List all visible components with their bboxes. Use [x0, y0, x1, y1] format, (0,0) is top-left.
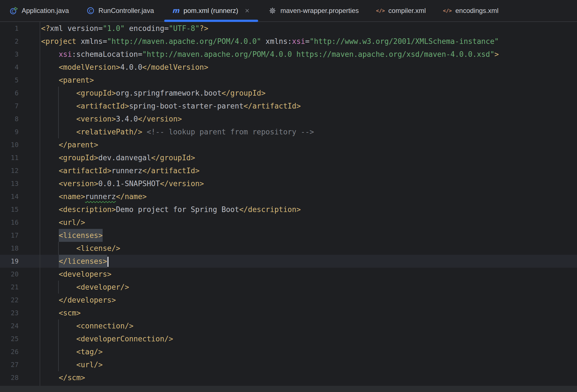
code-line-20[interactable]: 20 <developers> [0, 268, 577, 281]
gutter-separator [40, 22, 40, 386]
line-number[interactable]: 26 [0, 345, 40, 358]
code-line-17[interactable]: 17 <licenses> [0, 229, 577, 242]
indent-guide [58, 319, 59, 371]
indent-guide [58, 281, 59, 294]
code-line-2[interactable]: 2<project xmlns="http://maven.apache.org… [0, 35, 577, 48]
code-line-19[interactable]: 19 </licenses> [0, 255, 577, 268]
line-number[interactable]: 16 [0, 216, 40, 229]
code-text: </scm> [40, 371, 85, 384]
code-text: <connection/> [40, 319, 134, 332]
code-text: <developer/> [40, 281, 129, 294]
tab-compiler-xml[interactable]: </>compiler.xml [369, 0, 433, 21]
code-text: <licenses> [40, 229, 103, 242]
line-number[interactable]: 14 [0, 190, 40, 203]
code-text: <version>3.4.0</version> [40, 112, 182, 125]
code-text: <artifactId>spring-boot-starter-parent</… [40, 100, 301, 112]
line-number[interactable]: 23 [0, 307, 40, 319]
code-text: <url/> [40, 216, 85, 229]
line-number[interactable]: 13 [0, 177, 40, 190]
code-line-21[interactable]: 21 <developer/> [0, 281, 577, 294]
svg-text:</>: </> [443, 8, 452, 13]
line-number[interactable]: 11 [0, 151, 40, 164]
line-number[interactable]: 4 [0, 61, 40, 74]
indent-guide [58, 242, 59, 255]
java-class-icon: C [86, 6, 95, 15]
close-icon[interactable] [244, 7, 251, 14]
tab-label: maven-wrapper.properties [280, 0, 359, 21]
line-number[interactable]: 8 [0, 112, 40, 125]
code-text: <modelVersion>4.0.0</modelVersion> [40, 61, 208, 74]
code-line-23[interactable]: 23 <scm> [0, 307, 577, 319]
line-number[interactable]: 28 [0, 371, 40, 384]
bottom-panel-edge [0, 386, 577, 392]
code-line-8[interactable]: 8 <version>3.4.0</version> [0, 112, 577, 125]
ide-window: CApplication.javaCRunController.javampom… [0, 0, 577, 392]
code-line-4[interactable]: 4 <modelVersion>4.0.0</modelVersion> [0, 61, 577, 74]
code-line-25[interactable]: 25 <developerConnection/> [0, 332, 577, 345]
maven-icon: m [172, 6, 180, 15]
line-number[interactable]: 12 [0, 164, 40, 177]
code-line-15[interactable]: 15 <description>Demo project for Spring … [0, 203, 577, 216]
xml-tag-icon: </> [443, 6, 452, 15]
code-line-7[interactable]: 7 <artifactId>spring-boot-starter-parent… [0, 100, 577, 112]
tab-maven-wrapper-properties[interactable]: maven-wrapper.properties [261, 0, 366, 21]
code-text: xsi:schemaLocation="http://maven.apache.… [40, 48, 499, 61]
indent-guide [58, 87, 59, 138]
code-line-28[interactable]: 28 </scm> [0, 371, 577, 384]
code-line-14[interactable]: 14 <name>runnerz</name> [0, 190, 577, 203]
line-number[interactable]: 1 [0, 22, 40, 35]
code-line-13[interactable]: 13 <version>0.0.1-SNAPSHOT</version> [0, 177, 577, 190]
line-number[interactable]: 18 [0, 242, 40, 255]
line-number[interactable]: 20 [0, 268, 40, 281]
code-line-22[interactable]: 22 </developers> [0, 294, 577, 307]
code-text: <groupId>dev.danvegal</groupId> [40, 151, 195, 164]
code-line-6[interactable]: 6 <groupId>org.springframework.boot</gro… [0, 87, 577, 100]
editor[interactable]: 1<?xml version="1.0" encoding="UTF-8"?>2… [0, 22, 577, 386]
code-line-5[interactable]: 5 <parent> [0, 74, 577, 87]
svg-text:m: m [172, 6, 180, 15]
line-number[interactable]: 6 [0, 87, 40, 100]
code-line-10[interactable]: 10 </parent> [0, 138, 577, 151]
line-number[interactable]: 7 [0, 100, 40, 112]
line-number[interactable]: 9 [0, 125, 40, 138]
code-text: </parent> [40, 138, 98, 151]
code-text: <version>0.0.1-SNAPSHOT</version> [40, 177, 204, 190]
line-number[interactable]: 19 [0, 255, 40, 268]
tab-label: compiler.xml [388, 0, 426, 21]
tab-encodings-xml[interactable]: </>encodings.xml [436, 0, 506, 21]
line-number[interactable]: 21 [0, 281, 40, 294]
gear-icon [268, 6, 277, 15]
line-number[interactable]: 3 [0, 48, 40, 61]
line-number[interactable]: 15 [0, 203, 40, 216]
line-number[interactable]: 22 [0, 294, 40, 307]
tab-runcontroller-java[interactable]: CRunController.java [79, 0, 161, 21]
code-text: </licenses> [40, 255, 109, 268]
line-number[interactable]: 2 [0, 35, 40, 48]
code-line-24[interactable]: 24 <connection/> [0, 319, 577, 332]
line-number[interactable]: 10 [0, 138, 40, 151]
tab-label: pom.xml (runnerz) [184, 0, 238, 21]
line-number[interactable]: 25 [0, 332, 40, 345]
code-line-9[interactable]: 9 <relativePath/> <!-- lookup parent fro… [0, 125, 577, 138]
code-text: </developers> [40, 294, 116, 307]
code-line-18[interactable]: 18 <license/> [0, 242, 577, 255]
tab-bar: CApplication.javaCRunController.javampom… [0, 0, 577, 22]
tab-application-java[interactable]: CApplication.java [2, 0, 76, 21]
code-line-16[interactable]: 16 <url/> [0, 216, 577, 229]
line-number[interactable]: 5 [0, 74, 40, 87]
code-line-26[interactable]: 26 <tag/> [0, 345, 577, 358]
code-line-1[interactable]: 1<?xml version="1.0" encoding="UTF-8"?> [0, 22, 577, 35]
tab-pom-xml-runnerz[interactable]: mpom.xml (runnerz) [164, 0, 258, 21]
line-number[interactable]: 27 [0, 358, 40, 371]
code-line-11[interactable]: 11 <groupId>dev.danvegal</groupId> [0, 151, 577, 164]
code-text: <developerConnection/> [40, 332, 173, 345]
code-line-3[interactable]: 3 xsi:schemaLocation="http://maven.apach… [0, 48, 577, 61]
code-text: <artifactId>runnerz</artifactId> [40, 164, 200, 177]
code-line-27[interactable]: 27 <url/> [0, 358, 577, 371]
code-line-12[interactable]: 12 <artifactId>runnerz</artifactId> [0, 164, 577, 177]
tab-label: Application.java [22, 0, 69, 21]
line-number[interactable]: 24 [0, 319, 40, 332]
line-number[interactable]: 17 [0, 229, 40, 242]
code-text: <groupId>org.springframework.boot</group… [40, 87, 265, 100]
text-caret [107, 257, 109, 267]
